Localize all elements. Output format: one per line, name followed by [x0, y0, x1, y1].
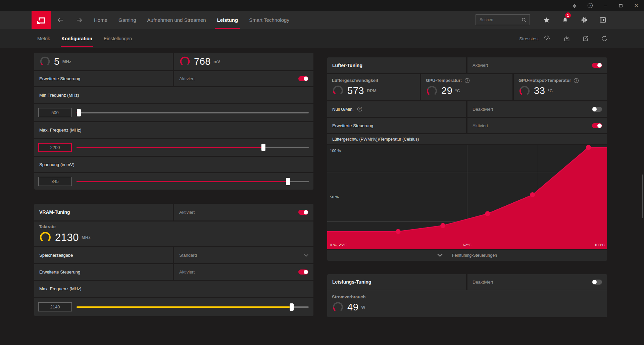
gpu-temp-help-icon[interactable]: ?: [464, 78, 470, 83]
min-frequency-slider-row: [34, 104, 313, 121]
voltage-label-row: Spannung (in mV): [34, 157, 313, 172]
reset-icon[interactable]: [601, 35, 608, 42]
gpu-voltage-readout: 768 mV: [174, 53, 313, 70]
fan-advanced-label-cell: Erweiterte Steuerung: [327, 118, 466, 133]
svg-text:100°C: 100°C: [594, 243, 605, 247]
vram-max-frequency-label: Max. Frequenz (MHz): [39, 286, 82, 291]
fan-speed-gauge-icon: [332, 85, 344, 97]
power-tuning-toggle[interactable]: [592, 280, 602, 285]
max-frequency-slider-handle[interactable]: [261, 144, 265, 151]
min-frequency-label-row: Min Frequenz (MHz): [34, 87, 313, 103]
nav-item-record-stream[interactable]: Aufnehmen und Streamen: [147, 11, 206, 29]
gpu-advanced-toggle[interactable]: [298, 76, 308, 81]
power-consumption-unit: W: [361, 305, 365, 310]
max-frequency-slider[interactable]: [77, 144, 309, 151]
hotspot-temp-gauge-icon: [518, 85, 531, 97]
max-frequency-label-row: Max. Frequenz (MHz): [34, 122, 313, 138]
hotspot-temp-help-icon[interactable]: ?: [574, 78, 579, 83]
search-box[interactable]: [476, 14, 530, 25]
vram-max-frequency-slider-handle[interactable]: [290, 303, 294, 311]
power-consumption-gauge-icon: [332, 301, 344, 313]
fan-advanced-label: Erweiterte Steuerung: [332, 123, 373, 128]
voltage-input[interactable]: [38, 177, 72, 186]
power-consumption-readout: Stromverbrauch 49 W: [327, 290, 607, 317]
vram-tuning-state-cell: Aktiviert: [174, 204, 313, 220]
fan-curve-title-row: Lüftergeschw. (PWM(%))/Temperatur (Celsi…: [327, 134, 607, 144]
memory-timing-dropdown[interactable]: Standard: [174, 247, 313, 263]
fan-curve-title: Lüftergeschw. (PWM(%))/Temperatur (Celsi…: [332, 137, 419, 142]
vram-max-frequency-slider[interactable]: [77, 303, 309, 311]
amd-radeon-logo[interactable]: [32, 11, 51, 29]
restore-button[interactable]: [613, 0, 629, 11]
gpu-voltage-unit: mV: [213, 59, 220, 64]
memory-timing-label-cell: Speicherzeitgabe: [34, 247, 173, 263]
svg-text:?: ?: [466, 79, 468, 82]
svg-text:0 %, 25°C: 0 %, 25°C: [330, 243, 347, 247]
bug-report-icon[interactable]: [567, 0, 582, 11]
nav-item-smart-technology[interactable]: Smart Technology: [249, 11, 289, 29]
vertical-scrollbar[interactable]: [642, 48, 643, 344]
fine-tuning-expander[interactable]: Feintuning-Steuerungen: [327, 250, 607, 261]
gpu-advanced-state: Aktiviert: [179, 76, 195, 81]
vram-max-frequency-label-row: Max. Frequenz (MHz): [34, 281, 313, 297]
power-consumption-value: 49: [347, 302, 358, 312]
vram-tuning-title: VRAM-Tuning: [39, 209, 70, 215]
svg-text:50 %: 50 %: [330, 195, 339, 199]
gpu-voltage-value: 768: [194, 57, 211, 66]
vram-tuning-header: VRAM-Tuning: [34, 204, 173, 220]
radeon-software-window: ? – ✕ Home Gaming: [0, 0, 644, 345]
min-frequency-slider[interactable]: [77, 109, 309, 116]
min-frequency-label: Min Frequenz (MHz): [39, 93, 79, 98]
fan-advanced-toggle[interactable]: [592, 123, 602, 128]
load-profile-icon[interactable]: [563, 35, 570, 42]
power-tuning-state-cell: Deaktiviert: [467, 274, 607, 290]
hotspot-temp-label: GPU-Hotspot-Temperatur: [518, 78, 571, 83]
fine-tuning-label: Feintuning-Steuerungen: [452, 253, 497, 258]
zero-rpm-state-cell: Deaktiviert: [467, 101, 607, 117]
forward-arrow-icon[interactable]: [73, 11, 85, 29]
tab-metrik[interactable]: Metrik: [37, 29, 50, 48]
zero-rpm-help-icon[interactable]: ?: [357, 106, 362, 112]
zero-rpm-toggle[interactable]: [592, 107, 602, 112]
close-button[interactable]: ✕: [629, 0, 644, 11]
help-icon[interactable]: ?: [582, 0, 598, 11]
fan-tuning-toggle[interactable]: [592, 63, 602, 68]
vram-max-frequency-input[interactable]: [38, 302, 72, 311]
voltage-slider[interactable]: [77, 178, 309, 185]
vram-advanced-toggle[interactable]: [298, 269, 308, 275]
max-frequency-label: Max. Frequenz (MHz): [39, 128, 82, 133]
tab-konfiguration[interactable]: Konfiguration: [61, 29, 92, 48]
min-frequency-input[interactable]: [38, 108, 72, 117]
svg-text:?: ?: [359, 107, 361, 111]
nav-item-gaming[interactable]: Gaming: [118, 11, 136, 29]
nav-item-home[interactable]: Home: [94, 11, 107, 29]
hotspot-temp-value: 33: [534, 86, 545, 96]
tab-einstellungen[interactable]: Einstellungen: [104, 29, 132, 48]
hotspot-temp-readout: GPU-Hotspot-Temperatur ? 33 °C: [514, 74, 607, 100]
search-input[interactable]: [479, 17, 522, 22]
scrollbar-thumb[interactable]: [642, 175, 643, 218]
export-profile-icon[interactable]: [582, 35, 589, 42]
vram-clock-value: 2130: [55, 232, 79, 243]
min-frequency-slider-handle[interactable]: [77, 109, 81, 116]
power-tuning-title: Leistungs-Tuning: [332, 279, 371, 285]
svg-text:?: ?: [589, 4, 591, 7]
minimize-button[interactable]: –: [598, 0, 613, 11]
stresstest-control[interactable]: Stresstest: [519, 35, 551, 42]
gpu-temp-unit: °C: [455, 88, 460, 93]
settings-gear-icon[interactable]: [580, 11, 588, 29]
max-frequency-input[interactable]: [38, 143, 72, 152]
vram-clock-gauge-icon: [39, 231, 52, 244]
voltage-label: Spannung (in mV): [39, 162, 75, 167]
gpu-frequency-readout: 5 MHz: [34, 53, 173, 70]
favorites-star-icon[interactable]: [542, 11, 551, 29]
vram-tuning-toggle[interactable]: [298, 210, 308, 215]
collapse-panel-icon[interactable]: [598, 11, 607, 29]
fan-curve-chart[interactable]: 100 %50 %0 %, 25°C62°C100°C: [327, 145, 607, 249]
hotspot-temp-unit: °C: [548, 88, 553, 93]
nav-item-performance[interactable]: Leistung: [217, 11, 238, 29]
fan-curve-svg: 100 %50 %0 %, 25°C62°C100°C: [327, 145, 607, 249]
voltage-slider-handle[interactable]: [286, 178, 290, 185]
window-titlebar[interactable]: ? – ✕: [0, 0, 644, 11]
back-arrow-icon[interactable]: [54, 11, 66, 29]
